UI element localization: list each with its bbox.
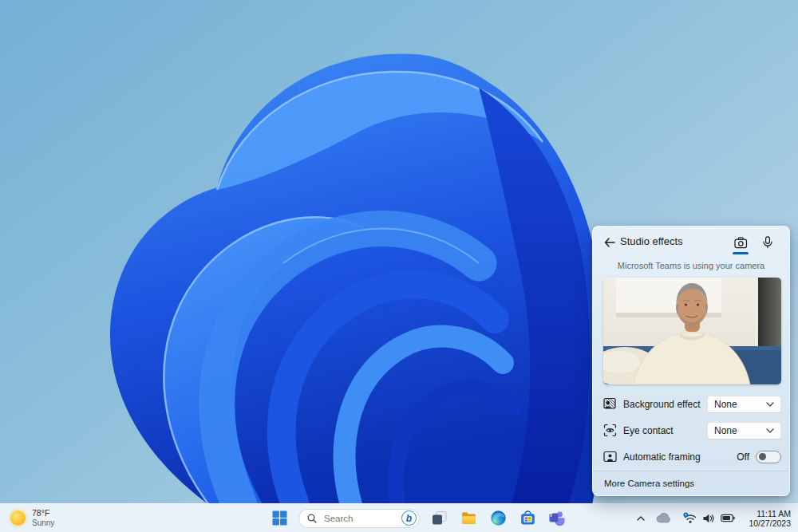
network-volume-battery-button[interactable] <box>680 512 738 524</box>
automatic-framing-label: Automatic framing <box>623 451 737 463</box>
clock[interactable]: 11:11 AM 10/27/2023 <box>745 509 794 528</box>
teams-badge-letter: T <box>549 511 553 518</box>
camera-tab-selected-underline <box>733 252 749 254</box>
search-icon <box>307 514 317 523</box>
eye-contact-label: Eye contact <box>623 425 707 436</box>
weather-widget[interactable]: 78°F Sunny <box>7 506 57 530</box>
file-explorer-button[interactable] <box>458 508 479 529</box>
back-button[interactable] <box>601 234 618 251</box>
chevron-down-icon <box>766 428 774 433</box>
volume-icon <box>702 513 715 524</box>
task-view-icon <box>431 510 448 526</box>
weather-temperature: 78°F <box>32 509 54 518</box>
onedrive-button[interactable] <box>654 508 674 529</box>
chevron-up-icon <box>636 514 646 522</box>
windows-logo-icon <box>272 510 287 526</box>
eye-contact-icon <box>603 424 617 437</box>
row-automatic-framing: Automatic framing Off <box>603 443 781 470</box>
automatic-framing-state-label: Off <box>737 451 749 463</box>
hidden-icons-button[interactable] <box>634 508 648 529</box>
background-effect-icon <box>603 397 617 411</box>
camera-preview-image <box>603 278 781 384</box>
camera-preview <box>603 278 781 384</box>
battery-icon <box>721 514 735 522</box>
weather-text: 78°F Sunny <box>32 509 54 527</box>
taskbar-center: b <box>269 504 567 532</box>
edge-icon <box>490 510 507 526</box>
toggle-knob <box>759 453 766 460</box>
studio-effects-panel: Studio effects Microsoft Teams is using … <box>592 226 790 496</box>
microsoft-store-icon <box>519 510 536 526</box>
eye-contact-value: None <box>714 425 766 436</box>
taskbar: 78°F Sunny b <box>0 503 798 532</box>
microphone-icon <box>763 236 772 249</box>
tab-camera[interactable] <box>730 232 751 253</box>
automatic-framing-control: Off <box>737 451 781 463</box>
back-arrow-icon <box>604 238 615 247</box>
microsoft-store-button[interactable] <box>517 508 538 529</box>
eye-contact-dropdown[interactable]: None <box>707 422 781 439</box>
system-tray: 11:11 AM 10/27/2023 <box>634 504 794 532</box>
row-background-effect: Background effect None <box>603 391 781 417</box>
panel-footer: More Camera settings <box>593 471 789 495</box>
panel-title: Studio effects <box>620 235 683 247</box>
file-explorer-icon <box>460 510 477 526</box>
teams-button[interactable]: T <box>547 508 567 529</box>
weather-condition: Sunny <box>32 518 54 528</box>
automatic-framing-icon <box>603 450 617 463</box>
onedrive-cloud-icon <box>656 513 672 523</box>
background-effect-value: None <box>714 399 766 410</box>
start-button[interactable] <box>269 508 290 529</box>
edge-button[interactable] <box>488 508 508 529</box>
background-effect-label: Background effect <box>623 399 707 410</box>
search-input[interactable] <box>322 513 401 524</box>
bing-icon[interactable]: b <box>401 510 417 526</box>
settings-rows: Background effect None Eye contact None <box>603 391 781 470</box>
search-box[interactable]: b <box>298 509 420 528</box>
row-eye-contact: Eye contact None <box>603 417 781 443</box>
sunny-weather-icon <box>10 510 26 526</box>
background-effect-dropdown[interactable]: None <box>707 396 781 413</box>
chevron-down-icon <box>766 402 774 407</box>
clock-date: 10/27/2023 <box>749 518 791 528</box>
tab-microphone[interactable] <box>757 232 778 253</box>
clock-time: 11:11 AM <box>757 509 791 518</box>
panel-header: Studio effects <box>593 227 789 258</box>
wifi-icon <box>683 512 697 524</box>
automatic-framing-toggle[interactable] <box>756 451 781 463</box>
camera-usage-notice: Microsoft Teams is using your camera <box>593 261 789 270</box>
camera-icon <box>734 237 748 249</box>
task-view-button[interactable] <box>429 508 449 529</box>
more-camera-settings-link[interactable]: More Camera settings <box>604 479 694 488</box>
